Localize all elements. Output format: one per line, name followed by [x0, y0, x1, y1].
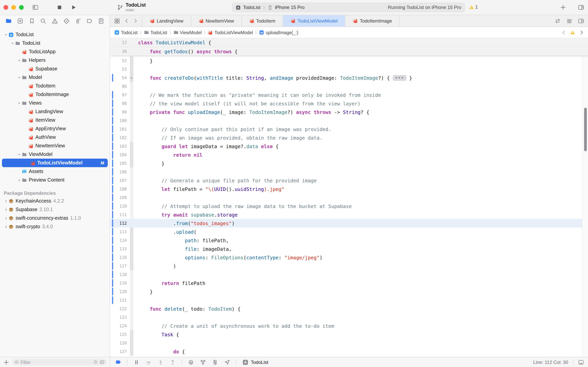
editor-tab-NewItemView[interactable]: NewItemView [191, 15, 242, 26]
package-item-swift-concurrency-extras[interactable]: swift-concurrency-extras 1.1.0 [0, 214, 110, 222]
stop-button[interactable] [56, 4, 63, 10]
fold-ribbon[interactable] [130, 91, 133, 99]
fold-ribbon[interactable] [130, 99, 133, 108]
code-line-118[interactable]: 118 [110, 270, 583, 279]
step-over-icon[interactable] [145, 359, 152, 365]
code-line-113[interactable]: 113 .upload( [110, 227, 583, 236]
code-line-100[interactable]: 100 [110, 116, 583, 125]
run-destination[interactable]: iPhone 15 Pro [275, 5, 304, 10]
sidebar-item-TodoItem[interactable]: TodoItem [0, 82, 110, 90]
sidebar-item-Supabase[interactable]: Supabase [0, 65, 110, 73]
navigator-tests-icon[interactable] [63, 18, 70, 24]
fold-ribbon[interactable] [130, 108, 133, 116]
sidebar-item-TodoListViewModel[interactable]: TodoListViewModel M [2, 158, 108, 167]
disclosure-open-icon[interactable] [3, 33, 8, 37]
fold-ribbon[interactable] [130, 82, 133, 91]
breadcrumb-item[interactable]: ViewModel [173, 30, 202, 35]
disclosure-open-icon[interactable] [16, 75, 22, 80]
code-line-98[interactable]: 98 // the view model itself (it will not… [110, 99, 583, 108]
code-line-124[interactable]: 124 // Create a unit of asynchronous wor… [110, 322, 583, 330]
code-line-30[interactable]: 30 func getTodos() async throws { [110, 47, 588, 56]
sidebar-item-Assets[interactable]: Assets [0, 167, 110, 176]
code-line-105[interactable]: 105 } [110, 159, 583, 167]
step-out-icon[interactable] [169, 359, 176, 365]
code-text[interactable]: private func uploadImage(_ image: TodoIt… [138, 109, 369, 115]
fold-ribbon[interactable] [130, 142, 133, 150]
code-line-125[interactable]: 125 Task { [110, 330, 583, 339]
code-line-120[interactable]: 120 } [110, 287, 583, 296]
scrollbar-thumb[interactable] [584, 108, 587, 151]
code-text[interactable]: options: FileOptions(contentType: "image… [138, 254, 322, 260]
source-control-summary[interactable]: TodoList main [117, 3, 146, 12]
fold-ribbon[interactable] [130, 125, 133, 133]
code-line-108[interactable]: 108 let filePath = "\(UUID().uuidString)… [110, 185, 583, 193]
code-review-icon[interactable] [554, 18, 561, 24]
run-button[interactable] [70, 4, 77, 10]
fold-ribbon[interactable] [130, 296, 133, 304]
editor-tab-LandingView[interactable]: LandingView [142, 15, 191, 26]
code-text[interactable]: } [138, 160, 164, 166]
code-text[interactable]: class TodoListViewModel { [138, 40, 211, 45]
fold-ribbon[interactable] [130, 176, 133, 185]
fold-ribbon[interactable] [130, 279, 133, 287]
fold-ribbon[interactable] [130, 262, 133, 270]
toggle-debug-area-icon[interactable] [578, 359, 584, 365]
package-item-swift-crypto[interactable]: swift-crypto 3.4.0 [0, 222, 110, 231]
code-line-109[interactable]: 109 [110, 193, 583, 202]
code-text[interactable]: Task { [138, 331, 179, 337]
breadcrumb-item[interactable]: A TodoList [114, 30, 138, 35]
editor-tab-TodoItem[interactable]: TodoItem [242, 15, 283, 26]
folded-code-pill[interactable]: ••• [393, 75, 406, 81]
fold-ribbon[interactable] [130, 270, 133, 279]
sidebar-item-ViewModel[interactable]: ViewModel [0, 150, 110, 158]
breadcrumb-item[interactable]: M uploadImage(_:) [259, 30, 298, 35]
step-into-icon[interactable] [158, 359, 164, 365]
code-line-114[interactable]: 114 path: filePath, [110, 236, 583, 244]
disclosure-open-icon[interactable] [16, 101, 22, 105]
code-line-54[interactable]: 54 func createToDo(withTitle title: Stri… [110, 74, 583, 82]
code-line-101[interactable]: 101 // Only continue past this point if … [110, 125, 583, 133]
editor-layout-icon[interactable] [114, 18, 120, 24]
toggle-inspector-icon[interactable] [578, 4, 584, 10]
disclosure-open-icon[interactable] [16, 152, 22, 157]
navigator-filter-field[interactable]: Filter [12, 359, 107, 366]
filter-scope-icon[interactable] [100, 360, 105, 365]
code-line-122[interactable]: 122 func delete(_ todo: TodoItem) { [110, 304, 583, 313]
breakpoints-toggle-icon[interactable] [115, 359, 121, 365]
add-editor-icon[interactable] [578, 18, 584, 24]
go-forward-icon[interactable] [133, 18, 138, 23]
breadcrumb-item[interactable]: TodoListViewModel [208, 30, 253, 35]
close-window-button[interactable] [3, 5, 8, 10]
code-line-127[interactable]: 127 do { [110, 347, 583, 356]
recent-files-icon[interactable] [93, 360, 98, 364]
disclosure-closed-icon[interactable] [3, 199, 8, 203]
code-line-52[interactable]: 52 } [110, 56, 583, 65]
running-process[interactable]: A TodoList [242, 359, 268, 365]
fold-ribbon[interactable] [130, 167, 133, 176]
code-line-103[interactable]: 103 guard let imageData = image?.data el… [110, 142, 583, 150]
go-back-icon[interactable] [124, 18, 129, 23]
code-text[interactable]: return filePath [138, 280, 205, 286]
fold-ribbon[interactable] [130, 304, 133, 313]
code-line-111[interactable]: 111 try await supabase.storage [110, 210, 583, 219]
scheme-selector[interactable]: A TodoList ⟩ iPhone 15 Pro Running TodoL… [232, 2, 465, 12]
sidebar-item-TodoItemImage[interactable]: TodoItemImage [0, 90, 110, 99]
code-text[interactable]: // the view model itself (it will not be… [138, 100, 361, 106]
sidebar-item-NewItemView[interactable]: NewItemView [0, 142, 110, 150]
fold-ribbon[interactable] [130, 347, 133, 356]
code-line-107[interactable]: 107 // Generate a unique file path for t… [110, 176, 583, 185]
fold-ribbon[interactable] [130, 322, 133, 330]
breadcrumb-item[interactable]: TodoList [144, 30, 167, 35]
code-line-97[interactable]: 97 // We mark the function as "private" … [110, 91, 583, 99]
disclosure-open-icon[interactable] [10, 41, 15, 45]
fold-ribbon[interactable] [130, 202, 133, 210]
sidebar-item-TodoListApp[interactable]: TodoListApp [0, 47, 110, 56]
navigator-bookmarks-icon[interactable] [29, 18, 35, 24]
code-text[interactable]: file: imageData, [138, 246, 232, 252]
code-line-102[interactable]: 102 // If an image was provided, obtain … [110, 133, 583, 142]
code-line-99[interactable]: 99 private func uploadImage(_ image: Tod… [110, 108, 583, 116]
code-text[interactable]: } [138, 289, 153, 294]
code-line-123[interactable]: 123 [110, 313, 583, 322]
sidebar-item-Model[interactable]: Model [0, 73, 110, 82]
disclosure-closed-icon[interactable] [3, 225, 8, 229]
